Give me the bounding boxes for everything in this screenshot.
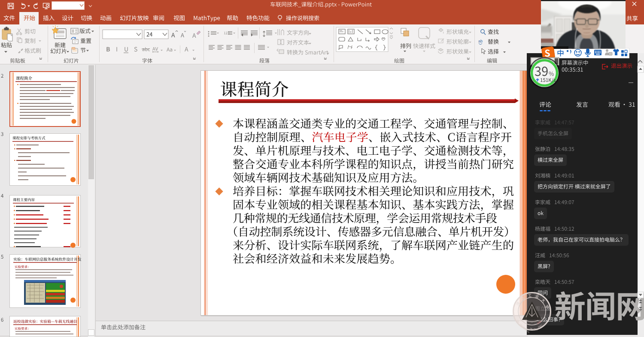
svg-text:ab: ab bbox=[478, 39, 483, 43]
